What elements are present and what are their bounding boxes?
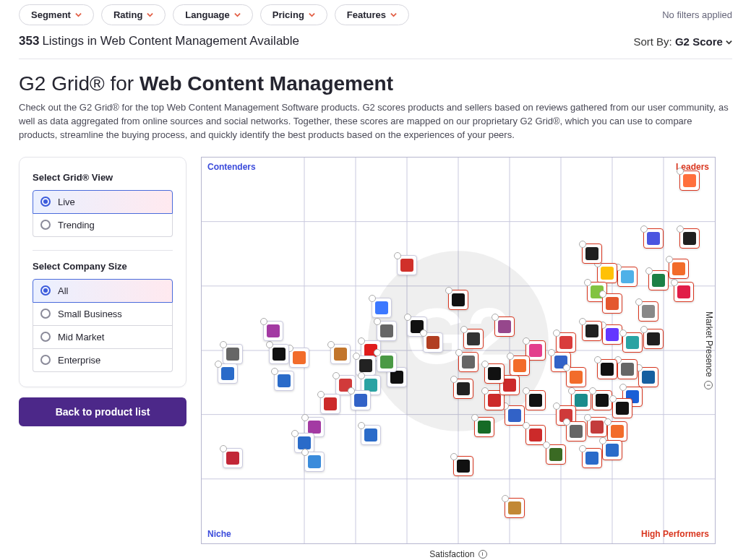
size-option-all[interactable]: All [33,279,173,303]
product-marker[interactable] [223,448,243,468]
product-logo-icon [488,367,501,380]
filter-pricing[interactable]: Pricing [260,4,327,25]
product-marker[interactable] [351,390,371,410]
product-marker[interactable] [453,379,473,399]
product-marker[interactable] [330,344,351,364]
product-marker[interactable] [263,321,283,341]
chevron-down-icon [234,12,241,18]
product-logo-icon [683,174,696,187]
product-marker[interactable] [669,259,689,279]
product-marker[interactable] [582,448,602,468]
product-logo-icon [585,452,598,465]
product-marker[interactable] [448,290,468,310]
product-marker[interactable] [458,352,479,372]
product-marker[interactable] [602,324,622,345]
listings-count: 353 [19,34,39,48]
product-marker[interactable] [474,417,494,437]
radio-label: Mid Market [58,332,104,343]
size-option-enterprise[interactable]: Enterprise [33,349,173,372]
quadrant-contenders: Contenders [202,158,262,176]
product-logo-icon [221,367,234,380]
back-to-list-button[interactable]: Back to product list [19,397,186,426]
product-marker[interactable] [304,452,325,472]
product-logo-icon [278,374,291,387]
size-option-mid-market[interactable]: Mid Market [33,326,173,349]
product-marker[interactable] [617,359,638,379]
product-marker[interactable] [566,421,586,441]
chevron-down-icon [390,12,397,18]
product-marker[interactable] [269,344,289,364]
product-marker[interactable] [484,363,505,384]
product-marker[interactable] [612,398,632,418]
filter-bar: Segment Rating Language Pricing Features… [0,0,751,34]
product-marker[interactable] [597,263,617,283]
radio-icon [40,220,51,230]
radio-icon [40,355,51,365]
product-marker[interactable] [463,329,484,349]
product-marker[interactable] [592,390,612,410]
product-logo-icon [513,359,526,372]
page-title: G2 Grid® for Web Content Management [19,72,732,95]
product-marker[interactable] [274,371,294,391]
product-logo-icon [226,348,239,361]
radio-icon [40,197,51,207]
product-marker[interactable] [525,425,546,445]
product-marker[interactable] [510,356,530,376]
product-marker[interactable] [602,293,622,314]
product-marker[interactable] [674,282,694,302]
product-marker[interactable] [505,498,525,518]
product-logo-icon [478,421,491,434]
product-marker[interactable] [643,228,664,249]
product-logo-icon [508,409,521,422]
filter-segment[interactable]: Segment [19,4,94,25]
product-marker[interactable] [453,456,473,476]
info-icon[interactable]: i [479,550,487,559]
product-marker[interactable] [556,332,576,353]
product-marker[interactable] [423,332,443,353]
product-marker[interactable] [566,367,586,387]
product-marker[interactable] [320,394,340,414]
product-marker[interactable] [582,244,602,264]
product-marker[interactable] [218,363,238,384]
product-marker[interactable] [607,421,627,441]
product-marker[interactable] [289,348,309,368]
product-marker[interactable] [494,316,515,337]
product-marker[interactable] [223,344,243,364]
radio-icon [40,285,51,296]
product-marker[interactable] [643,329,664,349]
product-logo-icon [457,382,470,395]
product-logo-icon [498,320,511,333]
product-marker[interactable] [638,367,658,387]
size-option-small-business[interactable]: Small Business [33,303,173,326]
product-marker[interactable] [679,171,700,191]
filter-language[interactable]: Language [173,4,252,25]
product-marker[interactable] [597,359,617,379]
product-marker[interactable] [372,298,392,318]
product-marker[interactable] [648,270,669,290]
product-marker[interactable] [397,255,417,275]
product-marker[interactable] [617,267,638,287]
product-marker[interactable] [505,405,525,426]
product-marker[interactable] [377,352,397,372]
product-marker[interactable] [638,301,658,322]
product-marker[interactable] [525,390,546,410]
info-icon[interactable]: i [704,381,713,389]
product-marker[interactable] [546,444,566,465]
g2-grid[interactable]: G2 Contenders Leaders Niche High Perform… [201,157,716,544]
product-marker[interactable] [622,332,643,353]
view-label: Select Grid® View [33,172,173,183]
filter-rating[interactable]: Rating [101,4,166,25]
product-marker[interactable] [602,440,622,460]
view-option-trending[interactable]: Trending [33,214,173,237]
sort-by[interactable]: Sort By: G2 Score [633,35,732,48]
view-radio-group: LiveTrending [33,190,173,237]
product-logo-icon [616,402,629,415]
product-logo-icon [529,344,542,357]
grid-options-panel: Select Grid® View LiveTrending Select Co… [19,157,186,387]
product-marker[interactable] [679,228,700,249]
view-option-live[interactable]: Live [33,190,173,214]
product-marker[interactable] [361,425,381,445]
product-marker[interactable] [377,321,397,341]
filter-features[interactable]: Features [335,4,409,25]
product-marker[interactable] [582,321,602,341]
